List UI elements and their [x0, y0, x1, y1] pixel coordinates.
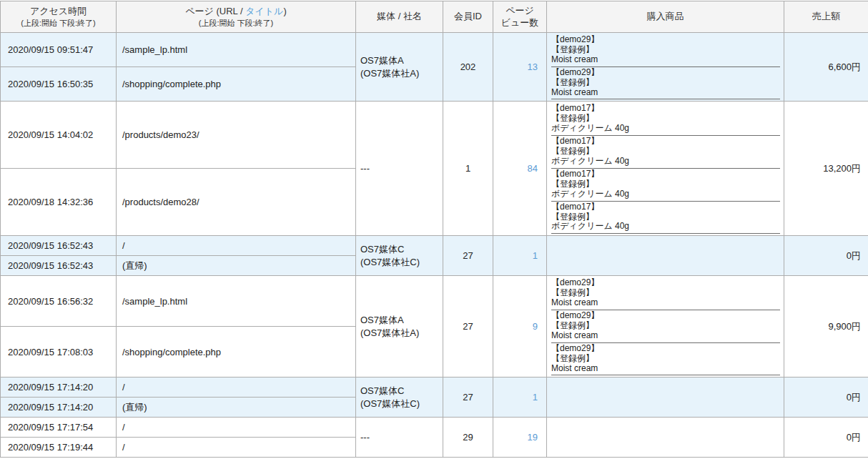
col-header-sales: 売上額 — [784, 1, 868, 33]
sales-amount-cell: 6,600円 — [784, 33, 868, 102]
pageview-count-link[interactable]: 9 — [533, 321, 538, 332]
access-time-cell: 2020/09/15 17:19:44 — [1, 438, 117, 458]
pageview-count-link[interactable]: 1 — [533, 250, 538, 261]
sales-amount-cell: 0円 — [784, 377, 868, 418]
col-header-member-id: 会員ID — [443, 1, 493, 33]
access-time-cell: 2020/09/15 16:56:32 — [1, 276, 117, 327]
purchased-products-cell: 【demo29】【登録例】Moist cream【demo29】【登録例】Moi… — [547, 276, 784, 377]
access-log-table: アクセス時間 (上段:開始 下段:終了) ページ (URL / タイトル) (上… — [0, 1, 868, 458]
access-time-cell: 2020/09/18 14:32:36 — [1, 169, 117, 236]
pageview-count-cell: 9 — [493, 276, 547, 377]
access-time-cell: 2020/09/15 17:14:20 — [1, 398, 117, 418]
col-header-media: 媒体 / 社名 — [356, 1, 443, 33]
purchased-product-item: 【demo17】【登録例】ボディクリーム 40g — [551, 103, 780, 136]
pageview-count-cell: 13 — [493, 33, 547, 102]
media-name-cell: --- — [356, 102, 443, 236]
col-header-pageviews: ページ ビュー数 — [493, 1, 547, 33]
purchased-product-item: 【demo29】【登録例】Moist cream — [551, 67, 780, 100]
purchased-product-item: 【demo29】【登録例】Moist cream — [551, 277, 780, 310]
access-time-cell: 2020/09/15 16:50:35 — [1, 67, 117, 102]
log-row: 2020/09/15 09:51:47/sample_lp.htmlOS7媒体A… — [1, 33, 868, 67]
log-row: 2020/09/15 14:04:02/products/demo23/---1… — [1, 102, 868, 169]
sales-amount-cell: 9,900円 — [784, 276, 868, 377]
member-id-cell: 1 — [443, 102, 493, 236]
member-id-cell: 27 — [443, 276, 493, 377]
pageview-count-link[interactable]: 13 — [528, 61, 538, 72]
pageviews-header-line2: ビュー数 — [495, 17, 545, 29]
log-row: 2020/09/15 16:56:32/sample_lp.htmlOS7媒体A… — [1, 276, 868, 327]
member-id-cell: 29 — [443, 418, 493, 458]
sales-amount-cell: 0円 — [784, 236, 868, 276]
purchased-products-cell — [547, 377, 784, 418]
page-header-pre: ページ (URL / — [185, 6, 245, 16]
page-url-cell: /products/demo23/ — [117, 102, 356, 169]
page-url-cell: (直帰) — [117, 256, 356, 276]
sales-amount-cell: 13,200円 — [784, 102, 868, 236]
purchased-product-item: 【demo17】【登録例】ボディクリーム 40g — [551, 136, 780, 169]
purchased-product-item: 【demo17】【登録例】ボディクリーム 40g — [551, 202, 780, 235]
page-url-cell: / — [117, 438, 356, 458]
pageview-count-cell: 84 — [493, 102, 547, 236]
media-name-cell: OS7媒体C(OS7媒体社C) — [356, 236, 443, 276]
pageview-count-cell: 19 — [493, 418, 547, 458]
page-header-sub: (上段:開始 下段:終了) — [118, 18, 354, 28]
page-url-cell: / — [117, 418, 356, 438]
purchased-products-cell: 【demo17】【登録例】ボディクリーム 40g【demo17】【登録例】ボディ… — [547, 102, 784, 236]
purchased-product-item: 【demo29】【登録例】Moist cream — [551, 343, 780, 376]
log-row: 2020/09/15 17:14:20/OS7媒体C(OS7媒体社C)2710円 — [1, 377, 868, 398]
page-title-toggle-link[interactable]: タイトル — [245, 6, 283, 16]
page-header-post: ) — [283, 6, 286, 16]
pageview-count-link[interactable]: 19 — [528, 432, 538, 443]
access-time-cell: 2020/09/15 17:14:20 — [1, 377, 117, 398]
purchased-products-cell: 【demo29】【登録例】Moist cream【demo29】【登録例】Moi… — [547, 33, 784, 102]
purchased-products-cell — [547, 236, 784, 276]
log-table-body: 2020/09/15 09:51:47/sample_lp.htmlOS7媒体A… — [1, 33, 868, 458]
media-name-cell: --- — [356, 418, 443, 458]
col-header-products: 購入商品 — [547, 1, 784, 33]
page-url-cell: / — [117, 377, 356, 398]
access-time-cell: 2020/09/15 16:52:43 — [1, 236, 117, 256]
page-url-cell: /sample_lp.html — [117, 33, 356, 67]
page-url-cell: /products/demo28/ — [117, 169, 356, 236]
access-time-cell: 2020/09/15 17:08:03 — [1, 327, 117, 377]
media-name-cell: OS7媒体A(OS7媒体社A) — [356, 276, 443, 377]
media-name-cell: OS7媒体A(OS7媒体社A) — [356, 33, 443, 102]
page-header-title: ページ (URL / タイトル) — [118, 6, 354, 18]
member-id-cell: 27 — [443, 236, 493, 276]
member-id-cell: 27 — [443, 377, 493, 418]
access-time-header-title: アクセス時間 — [2, 6, 114, 18]
pageview-count-cell: 1 — [493, 236, 547, 276]
page-url-cell: (直帰) — [117, 398, 356, 418]
col-header-page: ページ (URL / タイトル) (上段:開始 下段:終了) — [117, 1, 356, 33]
purchased-products-cell — [547, 418, 784, 458]
purchased-product-item: 【demo29】【登録例】Moist cream — [551, 34, 780, 67]
purchased-product-item: 【demo29】【登録例】Moist cream — [551, 310, 780, 343]
log-row: 2020/09/15 17:17:54/---29190円 — [1, 418, 868, 438]
purchased-product-item: 【demo17】【登録例】ボディクリーム 40g — [551, 169, 780, 202]
access-time-cell: 2020/09/15 09:51:47 — [1, 33, 117, 67]
page-url-cell: /sample_lp.html — [117, 276, 356, 327]
pageview-count-cell: 1 — [493, 377, 547, 418]
pageview-count-link[interactable]: 1 — [533, 392, 538, 403]
access-time-cell: 2020/09/15 17:17:54 — [1, 418, 117, 438]
log-row: 2020/09/15 16:52:43/OS7媒体C(OS7媒体社C)2710円 — [1, 236, 868, 256]
media-name-cell: OS7媒体C(OS7媒体社C) — [356, 377, 443, 418]
sales-amount-cell: 0円 — [784, 418, 868, 458]
page-url-cell: / — [117, 236, 356, 256]
pageviews-header-line1: ページ — [495, 5, 545, 17]
access-time-header-sub: (上段:開始 下段:終了) — [2, 18, 114, 28]
access-time-cell: 2020/09/15 14:04:02 — [1, 102, 117, 169]
pageview-count-link[interactable]: 84 — [528, 163, 538, 174]
page-url-cell: /shopping/complete.php — [117, 327, 356, 377]
header-row: アクセス時間 (上段:開始 下段:終了) ページ (URL / タイトル) (上… — [1, 1, 868, 33]
col-header-access-time: アクセス時間 (上段:開始 下段:終了) — [1, 1, 117, 33]
access-time-cell: 2020/09/15 16:52:43 — [1, 256, 117, 276]
member-id-cell: 202 — [443, 33, 493, 102]
page-url-cell: /shopping/complete.php — [117, 67, 356, 102]
